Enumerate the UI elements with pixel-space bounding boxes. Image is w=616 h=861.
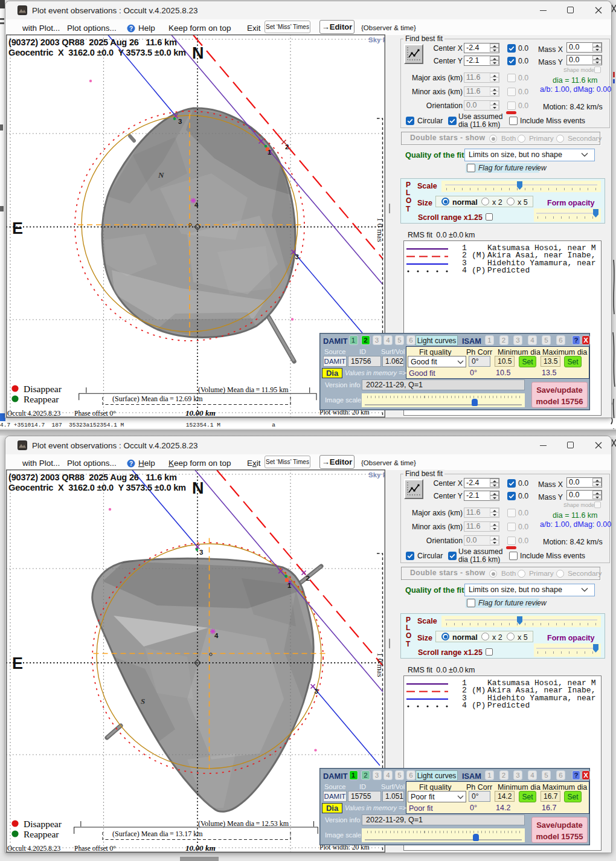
svg-text:N: N [192, 44, 204, 62]
svg-text:?: ? [129, 25, 133, 32]
svg-text:Reappear: Reappear [24, 829, 59, 839]
svg-text:(Surface) Mean dia = 13.17 km: (Surface) Mean dia = 13.17 km [112, 830, 203, 838]
svg-text:Sky Pl: Sky Pl [368, 36, 385, 44]
svg-text:1: 1 [287, 582, 292, 589]
svg-text:Occult 4.2025.8.23: Occult 4.2025.8.23 [7, 845, 60, 852]
svg-text:Sky Pl: Sky Pl [368, 471, 385, 479]
svg-text:N: N [158, 170, 164, 179]
svg-text:Reappear: Reappear [24, 394, 59, 404]
svg-text:1: 1 [268, 149, 272, 156]
svg-text:3: 3 [295, 253, 299, 260]
svg-text:3: 3 [315, 688, 318, 695]
svg-text:E: E [12, 654, 23, 672]
svg-text:1 0 mas: 1 0 mas [376, 218, 385, 242]
svg-text:(90372) 2003 QR88 2025 Aug 26: (90372) 2003 QR88 2025 Aug 26 11.6 km [8, 472, 177, 482]
svg-text:4: 4 [194, 201, 199, 208]
svg-text:Disappear: Disappear [24, 819, 62, 829]
svg-text:(90372) 2003 QR88 2025 Aug 26: (90372) 2003 QR88 2025 Aug 26 11.6 km [8, 37, 177, 47]
svg-text:Phase offset 0°: Phase offset 0° [74, 410, 116, 417]
svg-text:(Volume) Mean dia = 11.95 km: (Volume) Mean dia = 11.95 km [198, 385, 289, 394]
svg-text:E: E [12, 219, 23, 237]
svg-text:1 0 mas: 1 0 mas [376, 653, 385, 677]
svg-text:10.00 km: 10.00 km [185, 408, 216, 418]
svg-text:(Surface) Mean dia = 12.69 km: (Surface) Mean dia = 12.69 km [112, 395, 203, 403]
svg-text:(Volume) Mean dia = 12.53 km: (Volume) Mean dia = 12.53 km [198, 819, 289, 828]
svg-text:Disappear: Disappear [24, 384, 62, 394]
svg-text:Geocentric X 3162.0 ±0.0 Y: Geocentric X 3162.0 ±0.0 Y 3573.5 ±0.0 k… [8, 48, 186, 57]
svg-text:Geocentric X 3162.0 ±0.0 Y: Geocentric X 3162.0 ±0.0 Y 3573.5 ±0.0 k… [8, 483, 186, 492]
svg-text:N: N [192, 479, 204, 497]
svg-text:?: ? [129, 460, 133, 467]
svg-text:S: S [141, 697, 145, 706]
svg-text:Occult 4.2025.8.23: Occult 4.2025.8.23 [7, 410, 60, 417]
svg-text:Phase offset 0°: Phase offset 0° [74, 845, 116, 852]
svg-text:10.00 km: 10.00 km [185, 843, 216, 853]
svg-text:3: 3 [199, 549, 203, 556]
svg-text:3: 3 [178, 118, 182, 125]
svg-text:2: 2 [285, 143, 289, 150]
svg-text:4: 4 [214, 632, 219, 639]
svg-text:2: 2 [306, 575, 310, 582]
